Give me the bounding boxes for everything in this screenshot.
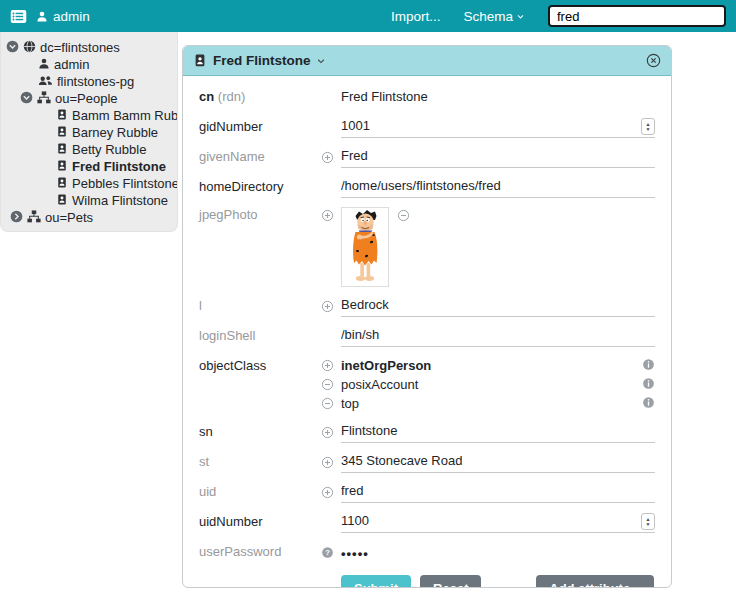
chevron-right-circle-icon[interactable] — [10, 210, 23, 226]
tree-item-label: Barney Rubble — [72, 125, 158, 140]
plus-circle-icon[interactable] — [321, 209, 341, 222]
entry-form: cn (rdn)Fred FlintstonegidNumber▲▼givenN… — [183, 76, 671, 588]
tree-item-bamm-bamm-rubble[interactable]: Bamm Bamm Rubble — [1, 107, 177, 124]
form-actions: Submit Reset Add attribute... — [341, 575, 655, 588]
tree-item-admin[interactable]: admin — [1, 56, 177, 73]
chevron-down-circle-icon[interactable] — [20, 91, 33, 107]
minus-circle-icon[interactable] — [321, 378, 341, 391]
svg-text:?: ? — [325, 548, 330, 557]
chevron-down-icon — [316, 56, 326, 66]
tree-item-label: Bamm Bamm Rubble — [72, 108, 178, 123]
plus-circle-icon[interactable] — [321, 359, 341, 372]
username-label: admin — [53, 9, 90, 24]
tree-item-flintstones-pg[interactable]: flintstones-pg — [1, 73, 177, 90]
objectclass-value-posixaccount: posixAccount — [341, 377, 418, 392]
top-navbar: admin Import... Schema — [0, 0, 736, 32]
schema-menu-item[interactable]: Schema — [463, 9, 525, 24]
close-icon[interactable] — [646, 53, 661, 68]
tree-item-label: Fred Flintstone — [72, 159, 166, 174]
attribute-row-uidnumber: uidNumber▲▼ — [199, 512, 655, 533]
address-card-icon — [56, 159, 68, 175]
attribute-input-sn[interactable] — [341, 422, 655, 443]
tree-item-ou-people[interactable]: ou=People — [1, 90, 177, 107]
tree-item-pebbles-flintstone[interactable]: Pebbles Flintstone — [1, 175, 177, 192]
reset-button[interactable]: Reset — [420, 575, 481, 588]
users-icon — [38, 74, 53, 90]
import-menu-item[interactable]: Import... — [391, 9, 441, 24]
sitemap-icon — [27, 210, 41, 226]
attribute-label-uidnumber: uidNumber — [199, 512, 321, 533]
attribute-row-givenname: givenName — [199, 147, 655, 168]
objectclass-value-top: top — [341, 396, 359, 411]
info-circle-icon[interactable] — [642, 395, 655, 413]
attribute-row-loginshell: loginShell — [199, 326, 655, 347]
tree-item-fred-flintstone[interactable]: Fred Flintstone — [1, 158, 177, 175]
entry-card-header: Fred Flintstone — [183, 46, 671, 76]
tree-item-label: ou=Pets — [45, 210, 93, 225]
tree-item-ou-pets[interactable]: ou=Pets — [1, 209, 177, 226]
attribute-label-cn: cn (rdn) — [199, 87, 321, 108]
attribute-label-l: l — [199, 296, 321, 317]
sitemap-icon — [37, 91, 51, 107]
list-icon[interactable] — [10, 9, 27, 24]
info-circle-icon[interactable] — [642, 357, 655, 375]
attribute-value-cn: Fred Flintstone — [341, 88, 428, 108]
tree-item-label: ou=People — [55, 91, 118, 106]
attribute-label-loginshell: loginShell — [199, 326, 321, 347]
attribute-input-gidnumber[interactable] — [341, 117, 641, 137]
minus-circle-icon[interactable] — [397, 209, 417, 222]
plus-circle-icon[interactable] — [321, 456, 341, 469]
plus-circle-icon[interactable] — [321, 486, 341, 499]
tree-item-label: Betty Rubble — [72, 142, 146, 157]
number-stepper[interactable]: ▲▼ — [641, 118, 655, 135]
address-card-icon — [56, 176, 68, 192]
attribute-input-uidnumber[interactable] — [341, 512, 641, 532]
chevron-down-circle-icon[interactable] — [6, 40, 19, 56]
add-attribute-button[interactable]: Add attribute... — [536, 575, 654, 588]
attribute-row-sn: sn — [199, 422, 655, 443]
question-circle-icon[interactable]: ? — [321, 546, 341, 559]
attribute-row-homedirectory: homeDirectory — [199, 177, 655, 198]
info-circle-icon[interactable] — [642, 376, 655, 394]
attribute-row-cn: cn (rdn)Fred Flintstone — [199, 87, 655, 108]
attribute-input-homedirectory[interactable] — [341, 177, 655, 198]
attribute-input-loginshell[interactable] — [341, 326, 655, 347]
tree-item-wilma-flintstone[interactable]: Wilma Flintstone — [1, 192, 177, 209]
number-stepper[interactable]: ▲▼ — [641, 513, 655, 530]
chevron-down-icon — [516, 12, 525, 21]
tree-item-barney-rubble[interactable]: Barney Rubble — [1, 124, 177, 141]
tree-item-dc-flintstones[interactable]: dc=flintstones — [1, 39, 177, 56]
attribute-input-givenname[interactable] — [341, 147, 655, 168]
plus-circle-icon[interactable] — [321, 151, 341, 164]
attribute-label-givenname: givenName — [199, 147, 321, 168]
attribute-label-userpassword: userPassword — [199, 542, 321, 563]
attribute-input-l[interactable] — [341, 296, 655, 317]
tree-item-label: admin — [54, 57, 89, 72]
jpeg-photo-image — [341, 207, 389, 287]
attribute-row-st: st — [199, 452, 655, 473]
address-card-icon — [193, 53, 207, 68]
attribute-label-objectclass: objectClass — [199, 356, 321, 413]
attribute-label-uid: uid — [199, 482, 321, 503]
tree-item-label: dc=flintstones — [40, 40, 120, 55]
minus-circle-icon[interactable] — [321, 397, 341, 410]
entry-editor-card: Fred Flintstone cn (rdn)Fred Flintstoneg… — [182, 45, 672, 588]
attribute-label-homedirectory: homeDirectory — [199, 177, 321, 198]
plus-circle-icon[interactable] — [321, 300, 341, 313]
plus-circle-icon[interactable] — [321, 426, 341, 439]
attribute-row-jpegphoto: jpegPhoto — [199, 207, 655, 287]
attribute-row-uid: uid — [199, 482, 655, 503]
tree-item-label: flintstones-pg — [57, 74, 134, 89]
tree-item-betty-rubble[interactable]: Betty Rubble — [1, 141, 177, 158]
attribute-input-userpassword[interactable]: ••••• — [341, 544, 369, 561]
attribute-input-st[interactable] — [341, 452, 655, 473]
current-user[interactable]: admin — [36, 9, 90, 24]
attribute-row-l: l — [199, 296, 655, 317]
attribute-row-objectclass: objectClassinetOrgPersonposixAccounttop — [199, 356, 655, 413]
search-input[interactable] — [548, 5, 726, 27]
attribute-input-uid[interactable] — [341, 482, 655, 503]
submit-button[interactable]: Submit — [341, 575, 411, 588]
attribute-label-sn: sn — [199, 422, 321, 443]
entry-title[interactable]: Fred Flintstone — [213, 53, 326, 68]
globe-icon — [23, 40, 36, 56]
